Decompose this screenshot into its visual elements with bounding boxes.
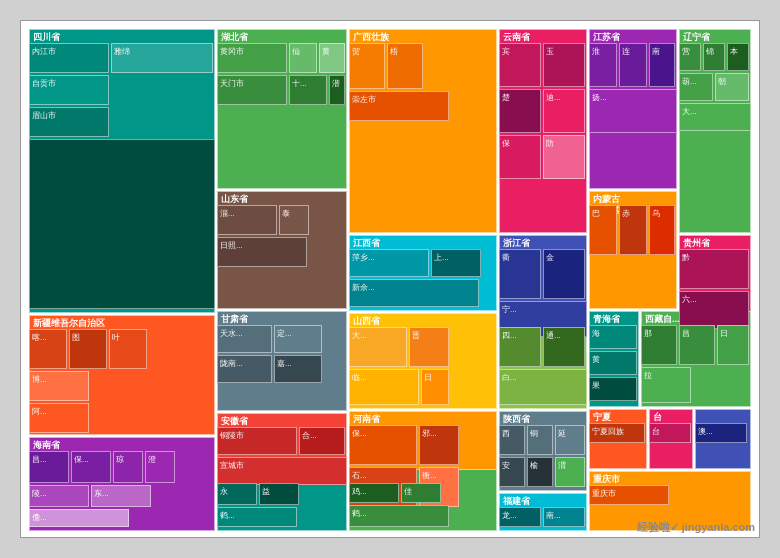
city-cell: 上...	[431, 249, 481, 277]
city-cell: 儋...	[29, 509, 129, 527]
city-label: 佳	[404, 486, 412, 497]
city-label: 大...	[352, 330, 367, 341]
city-label: 益	[262, 486, 270, 497]
city-label: 延	[558, 428, 566, 439]
province-label: 安徽省	[221, 416, 343, 427]
city-cell: 贺	[349, 43, 385, 89]
city-cell: 台	[649, 423, 691, 443]
city-cell: 博...	[29, 371, 89, 401]
city-label: 宣城市	[220, 460, 244, 471]
city-label: 六...	[682, 294, 697, 305]
city-cell: 梧	[387, 43, 423, 89]
city-cell: 定...	[274, 325, 322, 353]
city-cell: 拉	[641, 367, 691, 403]
city-label: 那	[644, 328, 652, 339]
province-label: 福建省	[503, 496, 583, 507]
city-cell: 白...	[499, 369, 587, 405]
city-label: 天门市	[220, 78, 244, 89]
city-label: 仙	[292, 46, 300, 57]
city-label: 锦	[706, 46, 714, 57]
city-cell: 黄冈市	[217, 43, 287, 73]
city-cell: 邪...	[419, 425, 459, 465]
city-cell: 黔	[679, 249, 749, 289]
province-label: 云南省	[503, 32, 583, 43]
city-cell: 宣城市	[217, 457, 347, 485]
city-cell: 自贡市	[29, 75, 109, 105]
city-cell: 眉山市	[29, 107, 109, 137]
chart-container: 四川省湖北省广西壮族 自治区云南省江苏省辽宁省山东省新疆维吾尔自治区甘肃省江西省…	[20, 20, 760, 538]
city-cell: 保	[499, 135, 541, 179]
city-label: 海	[592, 328, 600, 339]
city-cell: 喀...	[29, 329, 67, 369]
city-label: 陇南...	[220, 358, 243, 369]
city-cell: 仙	[289, 43, 317, 73]
city-cell: 延	[555, 425, 585, 455]
city-label: 安	[502, 460, 510, 471]
city-cell: 四...	[499, 327, 541, 367]
city-label: 潜	[332, 78, 340, 89]
city-cell: 图	[69, 329, 107, 369]
city-cell: 本	[727, 43, 749, 71]
city-label: 南...	[546, 510, 561, 521]
city-label: 迪...	[546, 92, 561, 103]
city-cell: 叶	[109, 329, 147, 369]
city-label: 昌	[682, 328, 690, 339]
city-cell: 昌	[679, 325, 715, 365]
city-cell: 通...	[543, 327, 585, 367]
province-label: 辽宁省	[683, 32, 747, 43]
city-cell: 那	[641, 325, 677, 365]
city-label: 赤	[622, 208, 630, 219]
city-cell: 嘉...	[274, 355, 322, 383]
city-cell: 陵...	[29, 485, 89, 507]
city-cell: 渭	[555, 457, 585, 487]
city-label: 鹤...	[352, 508, 367, 519]
city-label: 陵...	[32, 488, 47, 499]
city-label: 防	[546, 138, 554, 149]
city-label: 黄冈市	[220, 46, 244, 57]
city-cell: 泰	[279, 205, 309, 235]
city-label: 定...	[277, 328, 292, 339]
city-label: 黄	[592, 354, 600, 365]
city-label: 日照...	[220, 240, 243, 251]
city-label: 崇左市	[352, 94, 376, 105]
city-label: 台	[652, 426, 660, 437]
city-cell: 日	[717, 325, 749, 365]
city-cell: 玉	[543, 43, 585, 87]
city-label: 梧	[390, 46, 398, 57]
province-label: 新疆维吾尔自治区	[33, 318, 211, 329]
city-label: 朝	[718, 76, 726, 87]
city-label: 阿...	[32, 406, 47, 417]
city-label: 保...	[74, 454, 89, 465]
city-cell: 日	[421, 369, 449, 405]
city-label: 琼	[116, 454, 124, 465]
city-label: 萍乡...	[352, 252, 375, 263]
city-cell: 安	[499, 457, 525, 487]
city-cell: 西	[499, 425, 525, 455]
city-cell: 防	[543, 135, 585, 179]
city-label: 巴	[592, 208, 600, 219]
city-label: 石...	[352, 470, 367, 481]
city-label: 鹤...	[220, 510, 235, 521]
province-label: 重庆市	[593, 474, 747, 485]
province-label: 台	[653, 412, 689, 423]
city-cell: 内江市	[29, 43, 109, 73]
city-cell: 萍乡...	[349, 249, 429, 277]
city-label: 天水...	[220, 328, 243, 339]
city-cell: 临...	[349, 369, 419, 405]
province-label: 海南省	[33, 440, 211, 451]
city-cell: 楚	[499, 89, 541, 133]
city-cell: 宾	[499, 43, 541, 87]
city-label: 大...	[682, 106, 697, 117]
city-cell: 葫...	[679, 73, 713, 101]
city-cell: 铜陵市	[217, 427, 297, 455]
province-label: 山西省	[353, 316, 493, 327]
city-cell: 阿...	[29, 403, 89, 433]
city-label: 淮	[592, 46, 600, 57]
city-label: 黄	[322, 46, 330, 57]
city-label: 四...	[502, 330, 517, 341]
city-label: 鸡...	[352, 486, 367, 497]
city-label: 果	[592, 380, 600, 391]
city-label: 铜陵市	[220, 430, 244, 441]
city-cell: 黄	[319, 43, 345, 73]
city-cell: 天门市	[217, 75, 287, 105]
